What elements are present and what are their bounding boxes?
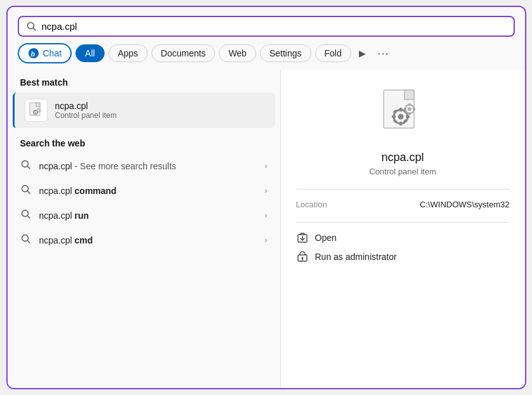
svg-point-20 — [398, 114, 404, 120]
right-meta-location-value: C:\WINDOWS\system32 — [420, 200, 510, 209]
web-result-text-2: ncpa.cpl run — [39, 210, 257, 221]
web-search-icon-2 — [20, 209, 32, 221]
tab-settings-label: Settings — [269, 48, 302, 58]
right-file-icon — [380, 89, 425, 142]
admin-icon — [296, 250, 309, 263]
right-panel: ncpa.cpl Control panel item Location C:\… — [280, 70, 525, 388]
best-match-info: ncpa.cpl Control panel item — [55, 101, 117, 120]
tab-folders-label: Fold — [325, 48, 342, 58]
tab-settings[interactable]: Settings — [260, 44, 311, 62]
tab-web[interactable]: Web — [219, 44, 256, 62]
right-title: ncpa.cpl — [381, 151, 424, 164]
best-match-subtitle: Control panel item — [55, 111, 117, 120]
right-divider-top — [296, 189, 510, 190]
svg-line-15 — [27, 216, 30, 219]
main-content: Best match ncpa.cpl Control panel — [8, 70, 525, 388]
web-search-icon-1 — [20, 185, 32, 197]
svg-point-10 — [22, 161, 28, 167]
tab-documents[interactable]: Documents — [152, 44, 216, 62]
tab-web-label: Web — [228, 48, 247, 58]
search-window: b Chat All Apps Documents Web Settings F… — [6, 6, 526, 389]
web-result-text-0: ncpa.cpl - See more search results — [39, 161, 257, 171]
tab-chat[interactable]: b Chat — [18, 43, 72, 63]
web-search-icon-3 — [20, 234, 32, 246]
svg-rect-5 — [36, 103, 40, 107]
web-result-text-3: ncpa.cpl cmd — [39, 235, 257, 245]
svg-point-30 — [408, 107, 412, 111]
best-match-name: ncpa.cpl — [55, 101, 117, 111]
right-meta-location-row: Location C:\WINDOWS\system32 — [296, 200, 510, 209]
svg-rect-33 — [404, 108, 406, 110]
search-input[interactable] — [42, 21, 506, 32]
svg-line-1 — [33, 28, 36, 30]
svg-rect-21 — [399, 108, 402, 112]
svg-text:b: b — [30, 50, 35, 58]
best-match-icon-wrap — [25, 99, 48, 122]
svg-line-11 — [27, 167, 30, 169]
svg-rect-31 — [408, 103, 411, 106]
open-button[interactable]: Open — [296, 231, 510, 244]
svg-point-16 — [22, 235, 28, 242]
tab-documents-label: Documents — [161, 48, 206, 58]
right-divider-actions — [296, 222, 510, 223]
best-match-title: Best match — [8, 70, 280, 93]
right-meta: Location C:\WINDOWS\system32 — [296, 200, 510, 209]
tab-apps[interactable]: Apps — [108, 44, 148, 62]
web-chevron-2: › — [264, 210, 267, 220]
search-bar — [18, 16, 515, 37]
svg-point-14 — [22, 210, 28, 217]
svg-rect-32 — [408, 112, 411, 115]
tab-all[interactable]: All — [75, 44, 105, 62]
tab-arrow-button[interactable]: ▶ — [355, 46, 370, 60]
tab-chat-label: Chat — [43, 48, 62, 58]
run-as-admin-button[interactable]: Run as administrator — [296, 250, 510, 263]
web-chevron-3: › — [264, 235, 267, 245]
svg-rect-22 — [399, 122, 402, 126]
svg-rect-23 — [392, 115, 396, 118]
search-bar-area — [8, 7, 525, 43]
web-result-text-1: ncpa.cpl command — [39, 186, 257, 196]
left-panel: Best match ncpa.cpl Control panel — [8, 70, 280, 388]
svg-rect-24 — [406, 115, 410, 118]
right-meta-location-label: Location — [296, 200, 327, 209]
web-result-3[interactable]: ncpa.cpl cmd › — [8, 228, 280, 252]
web-result-2[interactable]: ncpa.cpl run › — [8, 203, 280, 228]
web-chevron-1: › — [264, 186, 267, 195]
svg-point-7 — [35, 112, 36, 113]
svg-point-12 — [22, 186, 28, 192]
svg-line-13 — [27, 191, 30, 194]
run-as-admin-label: Run as administrator — [315, 252, 397, 262]
right-actions: Open Run as administrator — [296, 231, 510, 263]
web-search-title: Search the web — [8, 128, 280, 153]
tab-all-label: All — [85, 48, 95, 58]
right-subtitle: Control panel item — [369, 167, 436, 176]
tab-apps-label: Apps — [118, 48, 138, 58]
svg-point-9 — [38, 110, 39, 111]
tab-more-button[interactable]: ⋯ — [373, 44, 393, 62]
tabs-row: b Chat All Apps Documents Web Settings F… — [8, 43, 525, 70]
web-result-0[interactable]: ncpa.cpl - See more search results › — [8, 153, 280, 178]
svg-rect-34 — [413, 108, 415, 110]
best-match-item[interactable]: ncpa.cpl Control panel item — [13, 93, 275, 128]
open-icon — [296, 231, 309, 244]
web-search-icon-0 — [20, 160, 32, 172]
web-result-1[interactable]: ncpa.cpl command › — [8, 178, 280, 203]
search-icon — [27, 22, 37, 32]
svg-line-17 — [27, 241, 30, 243]
web-chevron-0: › — [264, 161, 267, 171]
tab-folders[interactable]: Fold — [315, 44, 351, 62]
open-label: Open — [315, 233, 337, 243]
